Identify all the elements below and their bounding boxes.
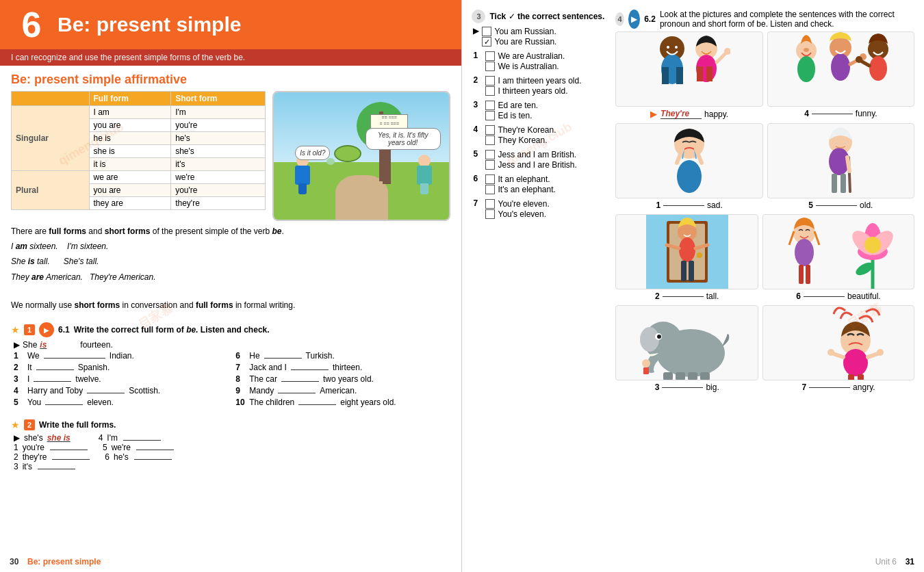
note-5: We normally use short forms in conversat… <box>11 299 450 312</box>
plural-label: Plural <box>12 171 90 210</box>
tick-6-2 <box>485 185 495 194</box>
col-header-short: Short form <box>171 92 266 106</box>
ex1-number: 1 <box>24 324 35 335</box>
ex2-1blank <box>50 450 88 450</box>
ex2-theyre: they're <box>23 452 47 462</box>
tick-4-2 <box>485 135 495 145</box>
cell-hes: he's <box>171 132 266 145</box>
tick-text-1-1: We are Australian. <box>498 51 565 61</box>
pic-item-7: 7 angry. <box>762 305 914 392</box>
ex1-item-2: 2ItSpanish. <box>14 363 229 372</box>
svg-rect-57 <box>806 265 810 284</box>
ex3-item6-inner: 6 It an elephant. It's an elephant. <box>473 174 608 194</box>
ex2-4label: 4 <box>99 433 103 443</box>
item7-num: 7 <box>801 382 806 392</box>
pic-frame-5 <box>767 123 914 198</box>
right-content: 3 Tick ✓ the correct sentences. ▶ You am… <box>472 10 914 567</box>
svg-point-38 <box>697 252 702 258</box>
grammar-table: Full form Short form Singular I am I'm y… <box>11 91 266 210</box>
ex3-item1-sentences: We are Australian. We is Australian. <box>485 51 565 71</box>
pic-frame-4 <box>767 31 914 107</box>
ex2-5blank <box>136 450 174 450</box>
tick-text-ex1: You am Russian. <box>494 27 556 36</box>
illustration-scene: == ==== == ====== == = Is it old? Yes, i… <box>274 92 449 220</box>
ex1-items-grid: 1WeIndian. 6HeTurkish. 2ItSpanish. 7Jack… <box>14 351 450 408</box>
ex3-1-s2: We is Australian. <box>485 61 565 71</box>
svg-rect-76 <box>858 374 864 380</box>
svg-rect-42 <box>689 261 694 281</box>
tick-3-2 <box>485 111 495 120</box>
svg-point-13 <box>797 56 815 82</box>
ex3-ex-s2: ✓ You are Russian. <box>482 36 556 47</box>
audio-icon-1[interactable]: ▶ <box>39 322 54 337</box>
svg-rect-66 <box>700 372 710 380</box>
pic-item-2: 2 tall. <box>615 214 758 301</box>
svg-point-74 <box>877 349 884 356</box>
ex4-5-blank <box>816 205 857 206</box>
ex3-6-s1: It an elephant. <box>485 174 555 184</box>
cell-im: I'm <box>171 106 266 119</box>
cell-shes: she's <box>171 145 266 158</box>
ex2-3blank <box>38 469 75 469</box>
ex2-youre: you're <box>23 443 44 452</box>
exercise-1: ★ 1 ▶ 6.1 Write the correct full form of… <box>0 318 461 413</box>
ex2-6blank <box>134 459 172 460</box>
audio-icon-4[interactable]: ▶ <box>628 10 640 29</box>
caption-6: 6 beautiful. <box>796 291 880 301</box>
svg-example <box>648 31 730 107</box>
pic-row-1: 1 sad. <box>615 123 914 210</box>
ex2-5label: 5 <box>103 443 107 452</box>
cell-youare2: you are <box>89 184 171 197</box>
ex2-im: I'm <box>107 433 118 443</box>
svg-point-16 <box>831 53 850 81</box>
tick-text-1-2: We is Australian. <box>498 62 559 71</box>
svg-point-55 <box>795 239 814 266</box>
ex3-example-inner: ▶ You am Russian. ✓ You are Russian. <box>473 26 608 47</box>
ex3-item-3: 3 Ed are ten. Ed is ten. <box>473 100 608 120</box>
svg-point-22 <box>856 56 862 63</box>
pic-row-2: 2 tall. <box>615 214 914 301</box>
left-page: 6 Be: present simple I can recognize and… <box>0 0 461 572</box>
ex3-item5-inner: 5 Jess and I am British. Jess and I are … <box>473 149 608 170</box>
ex2-number: 2 <box>24 419 35 430</box>
speech-bubble-right: Yes, it is. It's fifty years old! <box>365 128 441 150</box>
ex2-items: ▶ she's she is 4 I'm 1 you're 5 we're 2 … <box>11 433 450 471</box>
ex4-column: 4 ▶ 6.2 Look at the pictures and complet… <box>615 10 914 567</box>
note-1: There are full forms and short forms of … <box>11 225 450 238</box>
ex2-row2: 1 you're 5 we're <box>14 443 450 452</box>
ex3-column: 3 Tick ✓ the correct sentences. ▶ You am… <box>472 10 608 567</box>
svg-rect-41 <box>681 261 686 281</box>
star-icon: ★ <box>11 324 20 335</box>
svg-rect-33 <box>840 174 846 193</box>
ex3-item6-sentences: It an elephant. It's an elephant. <box>485 174 555 194</box>
svg-rect-32 <box>832 174 837 193</box>
pic-frame-2 <box>615 214 758 289</box>
ex4-1-rest: sad. <box>707 200 723 210</box>
ex2-2blank <box>52 459 90 460</box>
grammar-area: Full form Short form Singular I am I'm y… <box>0 91 461 221</box>
cell-itis: it is <box>89 158 171 171</box>
ex1-item-8: 8The cartwo years old. <box>235 374 450 384</box>
pic-row-0: ▶ They're happy. <box>615 31 914 119</box>
ex4-2-rest: tall. <box>706 291 719 301</box>
caption-7: 7 angry. <box>801 382 875 392</box>
svg-rect-56 <box>799 265 804 284</box>
unit-title: Be: present simple <box>57 13 241 36</box>
ex2-bullet: ▶ <box>14 433 20 443</box>
item1-num: 1 <box>656 200 660 210</box>
pic-frame-7 <box>762 305 914 380</box>
ex1-audio-label: 6.1 <box>58 325 70 335</box>
pic-item-6: 6 beautiful. <box>762 214 914 301</box>
ex3-header: 3 Tick ✓ the correct sentences. <box>472 10 608 23</box>
ex4-5-rest: old. <box>860 200 873 210</box>
tick-text-7-1: You're eleven. <box>498 199 549 209</box>
ex2-4blank <box>123 440 161 441</box>
svg-7 <box>763 305 914 380</box>
ex3-item4-num: 4 <box>473 125 483 134</box>
unit-number: 6 <box>11 7 52 42</box>
ex3-item7-inner: 7 You're eleven. You's eleven. <box>473 198 608 219</box>
ex3-item-1: 1 We are Australian. We is Australian. <box>473 51 608 71</box>
ex4-3-rest: big. <box>706 382 719 392</box>
bullet-ex: ▶ <box>650 109 656 119</box>
ex2-row1: ▶ she's she is 4 I'm <box>14 433 450 443</box>
